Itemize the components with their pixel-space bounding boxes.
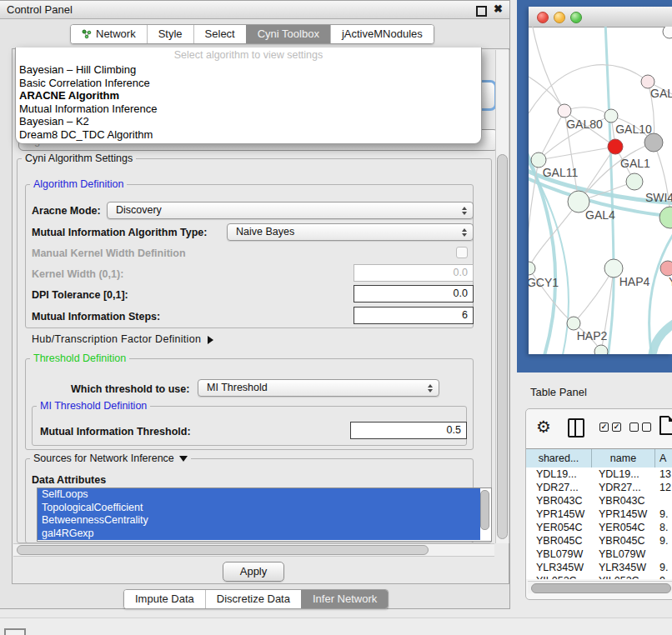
- network-edge: [654, 142, 670, 218]
- scrollbar-thumb[interactable]: [531, 583, 671, 593]
- tab-network[interactable]: Network: [71, 25, 147, 43]
- settings-vertical-scrollbar[interactable]: [495, 50, 509, 543]
- network-node[interactable]: [604, 109, 618, 122]
- table-column-header[interactable]: A: [655, 449, 672, 468]
- data-attributes-list[interactable]: SelfLoopsTopologicalCoefficientBetweenne…: [37, 488, 492, 542]
- control-panel-tabs: NetworkStyleSelectCyni ToolboxjActiveMNo…: [70, 24, 434, 44]
- tab-jactivemnodules[interactable]: jActiveMNodules: [330, 25, 434, 43]
- network-node[interactable]: [660, 261, 672, 276]
- tab-label: Select: [205, 25, 235, 43]
- network-node[interactable]: [659, 207, 672, 228]
- zoom-traffic-light-icon[interactable]: [570, 12, 582, 23]
- tab-label: Impute Data: [135, 590, 194, 608]
- node-label: GAL: [650, 87, 672, 100]
- checked-checkbox-icon[interactable]: ✓: [599, 422, 609, 432]
- tab-select[interactable]: Select: [193, 25, 246, 43]
- control-panel-titlebar[interactable]: Control Panel ✖: [0, 1, 509, 19]
- tab-cyni-toolbox[interactable]: Cyni Toolbox: [246, 25, 330, 43]
- close-traffic-light-icon[interactable]: [537, 12, 549, 23]
- collapsed-panel-icon[interactable]: [4, 628, 26, 635]
- dropdown-item[interactable]: Mutual Information Inference: [16, 102, 481, 116]
- list-scrollbar[interactable]: [480, 490, 489, 530]
- table-rows: YDL19...YDL19...13YDR27...YDR27...12YBR0…: [526, 468, 672, 579]
- control-panel-title: Control Panel: [7, 1, 73, 18]
- table-cell: YER054C: [592, 521, 655, 534]
- node-label: GAL1: [620, 157, 650, 170]
- table-row[interactable]: YER054CYER054C8.: [526, 521, 672, 534]
- minimize-traffic-light-icon[interactable]: [554, 12, 565, 23]
- table-cell: [655, 494, 672, 508]
- dpi-tolerance-field[interactable]: 0.0: [354, 285, 474, 302]
- table-toolbar: ⚙ ✓ ✓: [526, 409, 672, 449]
- attribute-list-item[interactable]: TopologicalCoefficient: [38, 502, 480, 515]
- split-columns-icon[interactable]: [568, 418, 584, 438]
- table-cell: 9: [655, 574, 672, 579]
- tab-style[interactable]: Style: [147, 25, 193, 43]
- document-icon[interactable]: [659, 416, 672, 435]
- float-window-icon[interactable]: [476, 6, 487, 17]
- sources-legend[interactable]: Sources for Network Inference: [30, 452, 191, 464]
- manual-kernel-checkbox[interactable]: [456, 247, 468, 258]
- apply-button[interactable]: Apply: [223, 562, 284, 582]
- gear-icon[interactable]: ⚙: [536, 417, 551, 437]
- tab-infer-network[interactable]: Infer Network: [301, 590, 388, 608]
- scrollbar-thumb[interactable]: [497, 154, 508, 539]
- table-panel-title: Table Panel: [530, 386, 587, 398]
- which-threshold-value: MI Threshold: [207, 382, 268, 393]
- unchecked-checkbox-icon[interactable]: [629, 422, 639, 432]
- table-cell: YBR045C: [592, 534, 655, 548]
- table-horizontal-scrollbar[interactable]: [528, 581, 672, 593]
- attribute-list-item[interactable]: BetweennessCentrality: [38, 514, 480, 528]
- checked-checkbox-icon[interactable]: ✓: [612, 422, 621, 432]
- scrollbar-thumb[interactable]: [17, 545, 429, 555]
- dropdown-item[interactable]: Basic Correlation Inference: [16, 77, 481, 90]
- node-label: GCY1: [529, 276, 559, 289]
- mi-threshold-field[interactable]: 0.5: [350, 422, 467, 439]
- table-column-header[interactable]: name: [592, 449, 655, 468]
- dropdown-item[interactable]: ARACNE Algorithm: [16, 89, 481, 102]
- table-cell: YBR043C: [592, 494, 655, 508]
- network-node[interactable]: [567, 317, 580, 330]
- kernel-width-field[interactable]: 0.0: [354, 264, 474, 282]
- table-row[interactable]: YLR345WYLR345W9.: [526, 561, 672, 574]
- which-threshold-combobox[interactable]: MI Threshold: [198, 379, 439, 397]
- attribute-list-item[interactable]: SelfLoops: [38, 488, 480, 502]
- table-column-header[interactable]: shared...: [526, 449, 592, 468]
- tab-impute-data[interactable]: Impute Data: [124, 590, 205, 608]
- network-node[interactable]: [663, 27, 672, 38]
- table-row[interactable]: YDR27...YDR27...12: [526, 481, 672, 494]
- table-row[interactable]: YBR043CYBR043C: [526, 494, 672, 508]
- table-panel: ⚙ ✓ ✓ shared...nameA YDL19...YDL19...13Y…: [525, 408, 672, 600]
- tab-discretize-data[interactable]: Discretize Data: [205, 590, 301, 608]
- mi-steps-field[interactable]: 6: [354, 307, 474, 324]
- network-window-titlebar[interactable]: [529, 7, 672, 28]
- table-cell: 12: [655, 481, 672, 494]
- network-node[interactable]: [608, 139, 623, 154]
- settings-horizontal-scrollbar[interactable]: [13, 543, 494, 557]
- table-row[interactable]: YBR045CYBR045C9.: [526, 534, 672, 548]
- unchecked-checkbox-icon[interactable]: [642, 422, 651, 432]
- status-strip: [0, 618, 672, 635]
- mi-type-combobox[interactable]: Naive Bayes: [227, 223, 474, 241]
- table-row[interactable]: YBL079WYBL079W: [526, 548, 672, 561]
- dropdown-item[interactable]: Dream8 DC_TDC Algorithm: [16, 128, 481, 142]
- hub-definition-toggle[interactable]: Hub/Transcription Factor Definition: [32, 333, 213, 345]
- dropdown-item[interactable]: Bayesian – Hill Climbing: [16, 63, 481, 77]
- table-row[interactable]: YIL052CYIL052C9: [526, 574, 672, 579]
- network-canvas[interactable]: GALGAL80GAL10GAL1GAL11SWI4GAL4GCY1HAP4YH…: [529, 27, 672, 354]
- close-icon[interactable]: ✖: [494, 2, 503, 15]
- network-node[interactable]: [594, 345, 608, 354]
- network-node[interactable]: [529, 262, 535, 275]
- tab-label: jActiveMNodules: [342, 25, 423, 43]
- network-node[interactable]: [644, 133, 663, 152]
- network-node[interactable]: [626, 173, 643, 190]
- network-node[interactable]: [558, 104, 571, 118]
- table-cell: 13: [655, 468, 672, 481]
- tab-label: Cyni Toolbox: [258, 25, 319, 43]
- table-row[interactable]: YDL19...YDL19...13: [526, 468, 672, 481]
- attribute-list-item[interactable]: gal4RGexp: [38, 528, 480, 541]
- mi-type-value: Naive Bayes: [236, 226, 294, 238]
- aracne-mode-combobox[interactable]: Discovery: [107, 202, 474, 219]
- table-row[interactable]: YPR145WYPR145W9.: [526, 508, 672, 521]
- dropdown-item[interactable]: Bayesian – K2: [16, 115, 481, 128]
